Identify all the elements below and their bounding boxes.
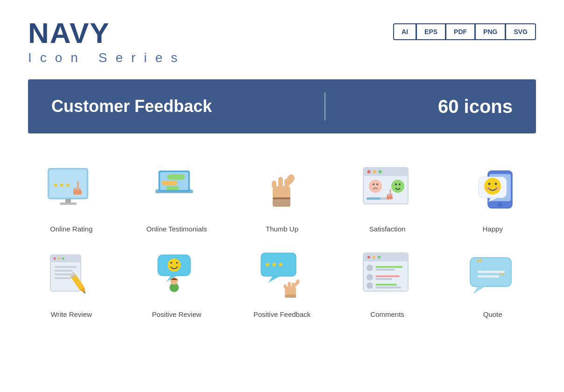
svg-point-36 [498, 203, 502, 207]
svg-point-46 [53, 258, 56, 260]
svg-rect-4 [73, 190, 82, 195]
svg-rect-32 [367, 197, 381, 200]
list-item: Comments [335, 238, 440, 323]
svg-point-59 [168, 259, 181, 272]
svg-rect-11 [162, 181, 177, 185]
happy-icon [462, 161, 523, 217]
svg-text:": " [476, 256, 483, 271]
svg-point-25 [369, 180, 382, 193]
svg-rect-69 [284, 284, 287, 288]
svg-text:★★★: ★★★ [264, 260, 284, 268]
format-badge-svg[interactable]: SVG [505, 23, 536, 40]
svg-text:★★★: ★★★ [53, 181, 71, 189]
banner-count: 60 icons [438, 96, 513, 117]
icon-label-comments: Comments [370, 310, 404, 318]
icon-label-satisfaction: Satisfaction [369, 225, 406, 233]
svg-point-24 [378, 170, 381, 174]
svg-rect-10 [167, 174, 185, 180]
online-rating-icon: ★★★ [41, 161, 102, 217]
list-item: ★★★ Positive Feedback [229, 238, 335, 323]
banner: Customer Feedback 60 icons [28, 79, 536, 133]
format-badges: AIEPSPDFPNGSVG [393, 23, 536, 40]
icon-label-positive-feedback: Positive Feedback [254, 310, 311, 318]
thumb-up-icon [252, 161, 312, 217]
positive-feedback-icon: ★★★ [252, 247, 312, 303]
icon-label-positive-review: Positive Review [152, 310, 201, 318]
svg-point-28 [391, 180, 404, 193]
satisfaction-icon [357, 161, 418, 217]
svg-rect-18 [273, 197, 290, 199]
format-badge-png[interactable]: PNG [475, 23, 505, 40]
svg-rect-33 [387, 196, 393, 199]
svg-point-29 [395, 183, 397, 185]
svg-rect-82 [375, 278, 392, 280]
quote-icon: " " [462, 247, 523, 303]
list-item: Thumb Up [229, 152, 335, 238]
banner-title: Customer Feedback [51, 97, 212, 116]
svg-rect-78 [375, 266, 402, 268]
svg-point-40 [495, 183, 497, 185]
svg-point-76 [378, 256, 381, 259]
svg-rect-15 [278, 177, 283, 188]
svg-rect-73 [363, 259, 408, 261]
icon-label-happy: Happy [483, 225, 503, 233]
svg-point-39 [488, 183, 491, 185]
svg-point-41 [486, 187, 490, 190]
write-review-icon [41, 247, 102, 303]
svg-point-23 [373, 170, 376, 174]
svg-rect-81 [375, 275, 400, 277]
svg-point-38 [484, 178, 501, 195]
icons-grid: ★★★ Online Rating [0, 147, 564, 337]
list-item: Satisfaction [335, 152, 440, 238]
list-item: Write Review [19, 238, 124, 323]
list-item: " " Quote [440, 238, 545, 323]
positive-review-icon [146, 247, 207, 303]
comments-icon [357, 247, 418, 303]
svg-rect-85 [375, 287, 401, 288]
icon-label-quote: Quote [483, 310, 502, 318]
icon-label-online-rating: Online Rating [50, 225, 92, 233]
list-item: Happy [440, 152, 545, 238]
svg-point-42 [495, 187, 499, 190]
online-testimonials-icon [146, 161, 207, 217]
svg-rect-70 [285, 294, 296, 298]
format-badge-eps[interactable]: EPS [416, 23, 445, 40]
svg-point-47 [57, 258, 60, 260]
svg-rect-89 [478, 271, 505, 273]
svg-rect-90 [478, 275, 499, 278]
svg-rect-49 [54, 266, 77, 268]
svg-rect-50 [54, 270, 73, 272]
svg-point-30 [399, 183, 401, 185]
svg-rect-45 [50, 259, 81, 262]
banner-divider [324, 92, 325, 120]
icon-label-online-testimonials: Online Testimonials [146, 225, 207, 233]
svg-point-77 [367, 265, 373, 271]
brand: NAVY Icon Series [28, 19, 186, 65]
svg-point-80 [367, 274, 373, 280]
svg-rect-6 [60, 203, 77, 205]
svg-point-75 [373, 256, 375, 259]
svg-rect-12 [166, 186, 179, 190]
list-item: ★★★ Online Rating [19, 152, 124, 238]
svg-rect-52 [54, 277, 71, 279]
list-item: Online Testimonials [124, 152, 230, 238]
icon-label-thumb-up: Thumb Up [266, 225, 298, 233]
svg-point-60 [170, 262, 172, 264]
svg-point-26 [373, 183, 374, 185]
list-item: Positive Review [124, 238, 230, 323]
svg-rect-66 [285, 287, 296, 295]
svg-point-83 [367, 282, 373, 289]
brand-title: NAVY [28, 19, 186, 48]
svg-rect-84 [375, 284, 397, 286]
svg-rect-17 [272, 181, 276, 188]
icon-label-write-review: Write Review [51, 310, 92, 318]
format-badge-pdf[interactable]: PDF [445, 23, 475, 40]
svg-point-74 [367, 256, 370, 259]
svg-point-61 [176, 262, 178, 264]
svg-rect-21 [363, 173, 408, 176]
svg-point-22 [367, 170, 370, 174]
brand-subtitle: Icon Series [28, 50, 186, 65]
svg-point-48 [62, 258, 64, 260]
format-badge-ai[interactable]: AI [393, 23, 416, 40]
svg-rect-67 [288, 282, 291, 288]
